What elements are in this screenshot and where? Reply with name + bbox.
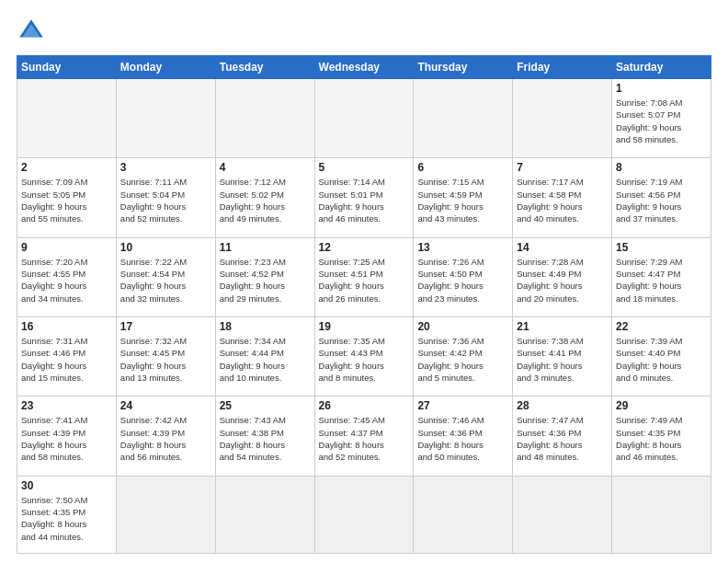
week-row-5: 23Sunrise: 7:41 AM Sunset: 4:39 PM Dayli… <box>17 396 711 476</box>
day-number: 14 <box>517 241 608 254</box>
day-info: Sunrise: 7:26 AM Sunset: 4:50 PM Dayligh… <box>417 256 508 304</box>
day-info: Sunrise: 7:20 AM Sunset: 4:55 PM Dayligh… <box>21 256 112 304</box>
week-row-4: 16Sunrise: 7:31 AM Sunset: 4:46 PM Dayli… <box>17 316 711 396</box>
calendar-cell: 3Sunrise: 7:11 AM Sunset: 5:04 PM Daylig… <box>116 158 215 237</box>
day-info: Sunrise: 7:31 AM Sunset: 4:46 PM Dayligh… <box>21 335 112 384</box>
calendar-cell <box>414 476 513 553</box>
calendar-cell: 24Sunrise: 7:42 AM Sunset: 4:39 PM Dayli… <box>116 396 215 476</box>
calendar-cell: 12Sunrise: 7:25 AM Sunset: 4:51 PM Dayli… <box>314 237 414 316</box>
day-info: Sunrise: 7:32 AM Sunset: 4:45 PM Dayligh… <box>120 335 211 384</box>
calendar-cell: 30Sunrise: 7:50 AM Sunset: 4:35 PM Dayli… <box>17 476 117 553</box>
day-number: 19 <box>319 320 410 333</box>
day-number: 10 <box>120 241 211 254</box>
calendar-cell: 16Sunrise: 7:31 AM Sunset: 4:46 PM Dayli… <box>17 316 117 396</box>
weekday-header-friday: Friday <box>513 56 612 79</box>
day-number: 26 <box>319 399 410 412</box>
week-row-3: 9Sunrise: 7:20 AM Sunset: 4:55 PM Daylig… <box>17 237 711 316</box>
day-number: 23 <box>21 399 112 412</box>
calendar-cell: 7Sunrise: 7:17 AM Sunset: 4:58 PM Daylig… <box>513 158 612 237</box>
calendar-cell: 1Sunrise: 7:08 AM Sunset: 5:07 PM Daylig… <box>612 79 711 158</box>
calendar-cell: 5Sunrise: 7:14 AM Sunset: 5:01 PM Daylig… <box>314 158 414 237</box>
calendar-cell: 25Sunrise: 7:43 AM Sunset: 4:38 PM Dayli… <box>215 396 314 476</box>
calendar-cell: 8Sunrise: 7:19 AM Sunset: 4:56 PM Daylig… <box>612 158 711 237</box>
day-info: Sunrise: 7:43 AM Sunset: 4:38 PM Dayligh… <box>220 414 311 463</box>
calendar-cell <box>215 79 314 158</box>
day-info: Sunrise: 7:39 AM Sunset: 4:40 PM Dayligh… <box>616 335 707 384</box>
day-number: 21 <box>517 320 608 333</box>
day-info: Sunrise: 7:50 AM Sunset: 4:35 PM Dayligh… <box>21 494 112 543</box>
calendar-cell: 13Sunrise: 7:26 AM Sunset: 4:50 PM Dayli… <box>414 237 513 316</box>
day-number: 25 <box>220 399 311 412</box>
day-number: 4 <box>220 161 311 174</box>
day-info: Sunrise: 7:19 AM Sunset: 4:56 PM Dayligh… <box>616 176 707 224</box>
day-info: Sunrise: 7:34 AM Sunset: 4:44 PM Dayligh… <box>220 335 311 384</box>
day-number: 6 <box>417 161 508 174</box>
calendar-cell <box>513 79 612 158</box>
day-number: 3 <box>120 161 211 174</box>
day-number: 17 <box>120 320 211 333</box>
calendar-cell <box>17 79 117 158</box>
calendar-cell: 29Sunrise: 7:49 AM Sunset: 4:35 PM Dayli… <box>612 396 711 476</box>
day-number: 22 <box>616 320 707 333</box>
day-info: Sunrise: 7:29 AM Sunset: 4:47 PM Dayligh… <box>616 256 707 304</box>
day-number: 30 <box>21 479 112 492</box>
day-number: 9 <box>21 241 112 254</box>
day-number: 12 <box>319 241 410 254</box>
day-number: 15 <box>616 241 707 254</box>
calendar-cell: 18Sunrise: 7:34 AM Sunset: 4:44 PM Dayli… <box>215 316 314 396</box>
day-info: Sunrise: 7:38 AM Sunset: 4:41 PM Dayligh… <box>517 335 608 384</box>
day-number: 1 <box>616 82 707 95</box>
day-info: Sunrise: 7:36 AM Sunset: 4:42 PM Dayligh… <box>417 335 508 384</box>
weekday-header-tuesday: Tuesday <box>215 56 314 79</box>
day-info: Sunrise: 7:35 AM Sunset: 4:43 PM Dayligh… <box>319 335 410 384</box>
day-number: 28 <box>517 399 608 412</box>
calendar-cell: 20Sunrise: 7:36 AM Sunset: 4:42 PM Dayli… <box>414 316 513 396</box>
day-number: 8 <box>616 161 707 174</box>
week-row-6: 30Sunrise: 7:50 AM Sunset: 4:35 PM Dayli… <box>17 476 711 553</box>
day-info: Sunrise: 7:11 AM Sunset: 5:04 PM Dayligh… <box>120 176 211 224</box>
calendar-cell <box>116 476 215 553</box>
calendar-cell: 9Sunrise: 7:20 AM Sunset: 4:55 PM Daylig… <box>17 237 117 316</box>
day-info: Sunrise: 7:17 AM Sunset: 4:58 PM Dayligh… <box>517 176 608 224</box>
calendar-cell: 11Sunrise: 7:23 AM Sunset: 4:52 PM Dayli… <box>215 237 314 316</box>
day-info: Sunrise: 7:49 AM Sunset: 4:35 PM Dayligh… <box>616 414 707 463</box>
day-number: 29 <box>616 399 707 412</box>
calendar-cell: 15Sunrise: 7:29 AM Sunset: 4:47 PM Dayli… <box>612 237 711 316</box>
day-info: Sunrise: 7:47 AM Sunset: 4:36 PM Dayligh… <box>517 414 608 463</box>
weekday-header-thursday: Thursday <box>414 56 513 79</box>
week-row-1: 1Sunrise: 7:08 AM Sunset: 5:07 PM Daylig… <box>17 79 711 158</box>
day-info: Sunrise: 7:23 AM Sunset: 4:52 PM Dayligh… <box>220 256 311 304</box>
day-info: Sunrise: 7:41 AM Sunset: 4:39 PM Dayligh… <box>21 414 112 463</box>
calendar-cell: 17Sunrise: 7:32 AM Sunset: 4:45 PM Dayli… <box>116 316 215 396</box>
day-info: Sunrise: 7:42 AM Sunset: 4:39 PM Dayligh… <box>120 414 211 463</box>
calendar-cell <box>314 476 414 553</box>
day-number: 11 <box>220 241 311 254</box>
day-info: Sunrise: 7:28 AM Sunset: 4:49 PM Dayligh… <box>517 256 608 304</box>
day-number: 13 <box>417 241 508 254</box>
weekday-header-wednesday: Wednesday <box>314 56 414 79</box>
day-info: Sunrise: 7:46 AM Sunset: 4:36 PM Dayligh… <box>417 414 508 463</box>
weekday-header-sunday: Sunday <box>17 56 117 79</box>
calendar-cell <box>116 79 215 158</box>
day-number: 2 <box>21 161 112 174</box>
day-info: Sunrise: 7:22 AM Sunset: 4:54 PM Dayligh… <box>120 256 211 304</box>
header <box>17 17 711 46</box>
calendar-cell: 28Sunrise: 7:47 AM Sunset: 4:36 PM Dayli… <box>513 396 612 476</box>
calendar-cell: 6Sunrise: 7:15 AM Sunset: 4:59 PM Daylig… <box>414 158 513 237</box>
day-number: 18 <box>220 320 311 333</box>
day-info: Sunrise: 7:12 AM Sunset: 5:02 PM Dayligh… <box>220 176 311 224</box>
calendar-cell <box>414 79 513 158</box>
calendar-cell <box>513 476 612 553</box>
calendar-cell <box>612 476 711 553</box>
calendar-cell: 22Sunrise: 7:39 AM Sunset: 4:40 PM Dayli… <box>612 316 711 396</box>
calendar-cell: 23Sunrise: 7:41 AM Sunset: 4:39 PM Dayli… <box>17 396 117 476</box>
weekday-header-row: SundayMondayTuesdayWednesdayThursdayFrid… <box>17 56 711 79</box>
calendar-cell: 14Sunrise: 7:28 AM Sunset: 4:49 PM Dayli… <box>513 237 612 316</box>
weekday-header-monday: Monday <box>116 56 215 79</box>
calendar-cell: 10Sunrise: 7:22 AM Sunset: 4:54 PM Dayli… <box>116 237 215 316</box>
calendar-cell: 19Sunrise: 7:35 AM Sunset: 4:43 PM Dayli… <box>314 316 414 396</box>
day-number: 27 <box>417 399 508 412</box>
calendar-cell: 26Sunrise: 7:45 AM Sunset: 4:37 PM Dayli… <box>314 396 414 476</box>
week-row-2: 2Sunrise: 7:09 AM Sunset: 5:05 PM Daylig… <box>17 158 711 237</box>
day-info: Sunrise: 7:09 AM Sunset: 5:05 PM Dayligh… <box>21 176 112 224</box>
